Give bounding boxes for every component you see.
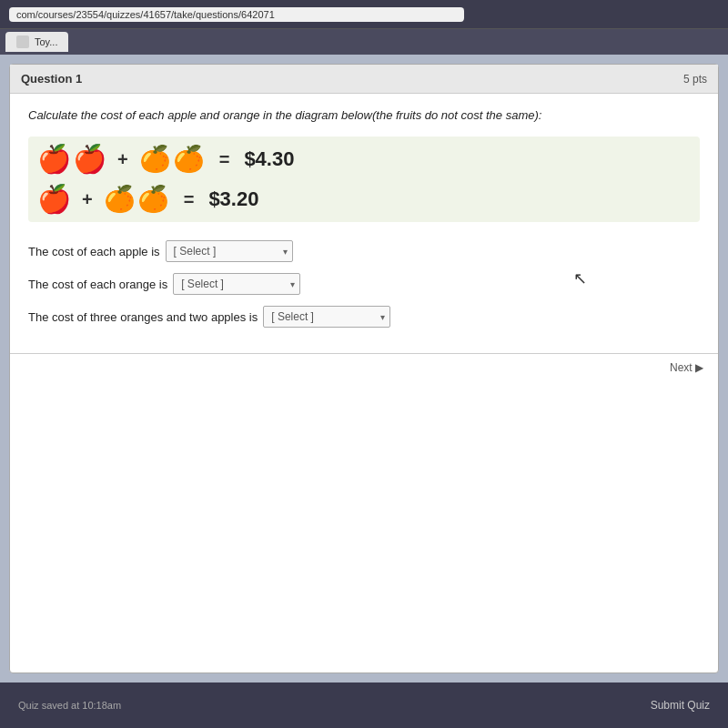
three-oranges-two-apples-select-wrapper: [ Select ] $3.50 $4.10 $4.20 $4.30 $4.50 [263, 306, 390, 328]
question-title: Question 1 [21, 72, 82, 86]
apple-cost-row: The cost of each apple is [ Select ] $0.… [28, 240, 700, 262]
apple-cost-label: The cost of each apple is [28, 245, 160, 258]
next-button[interactable]: Next ▶ [670, 361, 703, 374]
orange-icon-1: 🍊 [139, 147, 171, 172]
equations-diagram: 🍎 🍎 + 🍊 🍊 = $4.30 🍎 + [28, 136, 700, 222]
equals-sign-2: = [184, 189, 195, 210]
three-oranges-two-apples-row: The cost of three oranges and two apples… [28, 306, 700, 328]
points-badge: 5 pts [683, 73, 707, 86]
three-oranges-two-apples-label: The cost of three oranges and two apples… [28, 310, 258, 324]
orange-icon-2: 🍊 [173, 147, 205, 172]
three-oranges-two-apples-select[interactable]: [ Select ] $3.50 $4.10 $4.20 $4.30 $4.50 [263, 306, 390, 328]
orange-icon-4: 🍊 [137, 187, 169, 212]
question-container: Question 1 5 pts Calculate the cost of e… [9, 64, 719, 673]
orange-group-1: 🍊 🍊 [139, 147, 205, 172]
browser-tab[interactable]: Toy... [5, 32, 68, 52]
apple-icon-2: 🍎 [73, 146, 106, 173]
tab-bar: Toy... [0, 29, 728, 55]
question-instruction: Calculate the cost of each apple and ora… [28, 108, 700, 122]
apple-cost-select[interactable]: [ Select ] $0.90 $1.10 $1.15 $1.20 $1.30 [166, 240, 293, 262]
plus-sign-2: + [82, 189, 93, 210]
orange-cost-select-wrapper: [ Select ] $0.90 $1.10 $1.15 $1.20 $1.30 [173, 273, 300, 295]
orange-icon-3: 🍊 [104, 187, 136, 212]
bottom-bar: Quiz saved at 10:18am Submit Quiz [0, 682, 728, 728]
apple-group-2: 🍎 [37, 186, 71, 213]
url-bar[interactable]: com/courses/23554/quizzes/41657/take/que… [9, 7, 464, 22]
plus-sign-1: + [117, 149, 128, 170]
equation-row-1: 🍎 🍎 + 🍊 🍊 = $4.30 [37, 146, 691, 173]
quiz-saved-text: Quiz saved at 10:18am [18, 700, 121, 711]
orange-cost-row: The cost of each orange is [ Select ] $0… [28, 273, 700, 295]
apple-cost-select-wrapper: [ Select ] $0.90 $1.10 $1.15 $1.20 $1.30 [166, 240, 293, 262]
submit-quiz-button[interactable]: Submit Quiz [651, 699, 710, 712]
tab-label: Toy... [35, 36, 57, 47]
main-content: Question 1 5 pts Calculate the cost of e… [0, 55, 728, 682]
price-2: $3.20 [208, 187, 258, 211]
apple-group-1: 🍎 🍎 [37, 146, 106, 173]
question-body: Calculate the cost of each apple and ora… [10, 94, 718, 353]
navigation-bar: Next ▶ [10, 353, 718, 381]
question-header: Question 1 5 pts [10, 65, 718, 94]
orange-cost-label: The cost of each orange is [28, 278, 167, 291]
equation-row-2: 🍎 + 🍊 🍊 = $3.20 [37, 186, 691, 213]
apple-icon-1: 🍎 [37, 146, 71, 173]
orange-group-2: 🍊 🍊 [104, 187, 169, 212]
tab-favicon [16, 35, 29, 48]
orange-cost-select[interactable]: [ Select ] $0.90 $1.10 $1.15 $1.20 $1.30 [173, 273, 300, 295]
equals-sign-1: = [219, 149, 230, 170]
price-1: $4.30 [244, 147, 294, 171]
apple-icon-3: 🍎 [37, 186, 71, 213]
browser-bar: com/courses/23554/quizzes/41657/take/que… [0, 0, 728, 29]
